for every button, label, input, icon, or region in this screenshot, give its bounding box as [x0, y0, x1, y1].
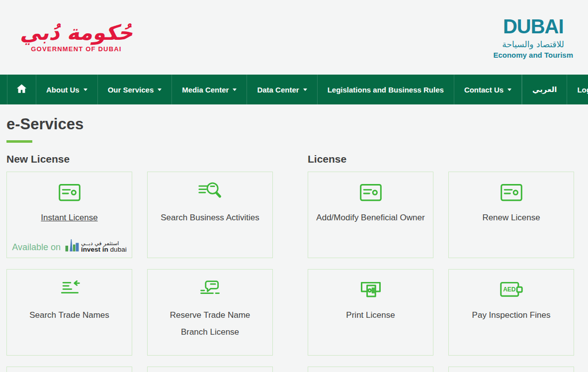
nav-item-label: Contact Us [464, 86, 504, 94]
service-card-cutoff [6, 367, 132, 372]
page-title: e-Services [6, 116, 582, 133]
invest-in-dubai-logo: استثمر في دبــيinvest in dubai [65, 239, 127, 254]
reserve-name-icon [195, 279, 226, 302]
nav-item-contact-us[interactable]: Contact Us [454, 75, 522, 104]
chevron-down-icon [303, 89, 307, 91]
service-link[interactable]: Search Trade Names [29, 310, 109, 320]
nav-item-about-us[interactable]: About Us [36, 75, 98, 104]
card-links: Renew License [482, 213, 540, 223]
main-navigation: About UsOur ServicesMedia CenterData Cen… [0, 75, 588, 104]
card-grid: Add/Modify Beneficial OwnerRenew License… [308, 172, 574, 372]
pay-fines-icon: AED [496, 279, 527, 302]
service-card: AEDPay Inspection Fines [448, 269, 574, 356]
chevron-down-icon [84, 89, 87, 91]
trade-names-icon [54, 279, 85, 302]
government-of-dubai-caption: GOVERNMENT OF DUBAI [31, 45, 121, 53]
nav-item-label: Data Center [257, 86, 299, 94]
service-sections: New LicenseInstant LicenseAvailable onاس… [6, 153, 582, 372]
login-button[interactable]: Login [567, 75, 588, 104]
nav-item-media-center[interactable]: Media Center [172, 75, 247, 104]
invest-in-dubai-wordmark: استثمر في دبــيinvest in dubai [81, 241, 127, 254]
service-card-cutoff [147, 367, 273, 372]
home-button[interactable] [7, 75, 36, 104]
license-card-icon [355, 182, 386, 205]
service-link[interactable]: Search Business Activities [161, 213, 259, 223]
service-card: Add/Modify Beneficial Owner [308, 172, 433, 258]
service-link[interactable]: Print License [346, 310, 395, 320]
nav-item-label: Media Center [182, 86, 229, 94]
title-underline-bar [6, 140, 32, 143]
card-links: Add/Modify Beneficial Owner [316, 213, 424, 223]
invest-in-dubai-buildings-icon [65, 239, 79, 254]
det-logo-caption: Economy and Tourism [493, 51, 573, 59]
nav-items: About UsOur ServicesMedia CenterData Cen… [36, 75, 522, 104]
nav-item-legislations-business-rules[interactable]: Legislations and Business Rules [318, 75, 454, 104]
service-link[interactable]: Add/Modify Beneficial Owner [316, 213, 424, 223]
nav-item-label: Legislations and Business Rules [328, 86, 444, 94]
chevron-down-icon [507, 89, 511, 91]
card-links: Search Business Activities [161, 213, 259, 223]
home-icon [16, 83, 27, 96]
section-title: License [308, 153, 574, 165]
service-card: Print License [308, 269, 433, 356]
card-links: Pay Inspection Fines [472, 310, 551, 320]
service-card: Search Trade Names [6, 269, 132, 356]
card-grid: Instant LicenseAvailable onاستثمر في دبـ… [6, 172, 273, 372]
card-links: Print License [346, 310, 395, 320]
print-license-icon [355, 279, 386, 302]
section-license: LicenseAdd/Modify Beneficial OwnerRenew … [308, 153, 574, 372]
nav-item-data-center[interactable]: Data Center [247, 75, 317, 104]
invest-in-dubai-english: invest in dubai [81, 246, 127, 253]
card-links: Instant License [41, 213, 97, 223]
content-area: e-Services New LicenseInstant LicenseAva… [0, 104, 588, 372]
card-links: Reserve Trade NameBranch License [170, 310, 251, 337]
service-card: Renew License [448, 172, 574, 258]
section-title: New License [6, 153, 273, 165]
section-new-license: New LicenseInstant LicenseAvailable onاس… [6, 153, 273, 372]
available-on-invest-in-dubai[interactable]: Available onاستثمر في دبــيinvest in dub… [7, 239, 132, 254]
service-link[interactable]: Instant License [41, 213, 97, 223]
service-card: Search Business Activities [147, 172, 273, 258]
service-link[interactable]: Renew License [482, 213, 540, 223]
service-card-cutoff [448, 367, 574, 372]
service-card: Instant LicenseAvailable onاستثمر في دبـ… [6, 172, 132, 258]
license-card-icon [496, 182, 527, 205]
nav-item-label: About Us [46, 86, 80, 94]
search-activities-icon [195, 182, 226, 205]
service-link[interactable]: Branch License [181, 327, 239, 337]
svg-text:AED: AED [503, 286, 516, 293]
license-card-icon [54, 182, 85, 205]
service-link[interactable]: Reserve Trade Name [170, 310, 251, 320]
dubai-economy-tourism-logo[interactable]: DUBAI للاقتصاد والسياحة Economy and Tour… [493, 16, 573, 59]
language-toggle-arabic[interactable]: العربي [522, 75, 567, 104]
det-logo-title: DUBAI [503, 16, 564, 36]
service-card: Reserve Trade NameBranch License [147, 269, 273, 356]
card-links: Search Trade Names [29, 310, 109, 320]
service-card-cutoff [308, 367, 433, 372]
det-logo-arabic: للاقتصاد والسياحة [502, 40, 564, 49]
login-label: Login [577, 86, 588, 94]
service-link[interactable]: Pay Inspection Fines [472, 310, 551, 320]
government-of-dubai-logo[interactable]: حُكومة دُبي GOVERNMENT OF DUBAI [20, 22, 133, 52]
site-header: حُكومة دُبي GOVERNMENT OF DUBAI DUBAI لل… [0, 0, 588, 75]
chevron-down-icon [233, 89, 237, 91]
government-of-dubai-arabic: حُكومة دُبي [20, 22, 133, 44]
nav-item-our-services[interactable]: Our Services [98, 75, 172, 104]
nav-item-label: Our Services [108, 86, 154, 94]
available-on-label: Available on [12, 242, 61, 254]
chevron-down-icon [158, 89, 162, 91]
